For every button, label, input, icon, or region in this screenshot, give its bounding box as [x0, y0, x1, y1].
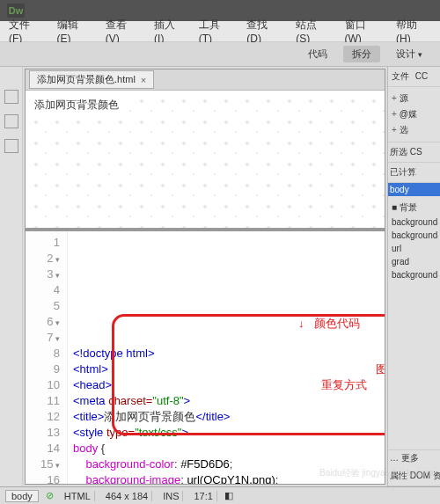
status-dimensions: 464 x 184	[102, 491, 152, 501]
left-toolbar	[0, 67, 23, 486]
status-ins: INS	[159, 491, 183, 501]
css-prop-3[interactable]: grad	[390, 255, 438, 268]
annotation-arrow: ↓	[298, 316, 304, 332]
footer-tab-2[interactable]: 资	[433, 471, 440, 480]
code-line-5[interactable]: <title>添加网页背景颜色</title>	[73, 409, 379, 425]
editor-area: 添加网页背景颜色.html × 添加网页背景颜色 123456789101112…	[25, 69, 385, 485]
close-icon[interactable]: ×	[141, 75, 146, 85]
document-tab[interactable]: 添加网页背景颜色.html ×	[29, 70, 154, 89]
code-line-1[interactable]: <!doctype html>	[73, 346, 379, 362]
tool-icon-3[interactable]	[4, 139, 18, 153]
status-lang[interactable]: HTML	[61, 491, 95, 501]
footer-tab-1[interactable]: DOM	[410, 471, 433, 480]
menubar: 文件(F)编辑(E)查看(V)插入(I)工具(T)查找(D)站点(S)窗口(W)…	[0, 21, 440, 42]
status-ok-icon: ⊘	[46, 490, 54, 501]
document-tabbar: 添加网页背景颜色.html ×	[26, 69, 385, 91]
code-line-7[interactable]: body {	[73, 441, 379, 457]
code-lines[interactable]: ↓ 颜色代码 图片 重复方式 <!doctype html><html><hea…	[68, 231, 385, 484]
view-toolbar: 代码 拆分 设计	[0, 42, 440, 67]
breadcrumb-body[interactable]: body	[5, 490, 39, 502]
css-hint: 所选 CS	[388, 142, 440, 163]
panel-tab-files[interactable]: 文件	[390, 69, 411, 83]
tool-icon-1[interactable]	[4, 90, 18, 104]
tool-icon-2[interactable]	[4, 114, 18, 128]
panel-section-2[interactable]: 选	[390, 122, 438, 138]
code-line-2[interactable]: <html>	[73, 362, 379, 377]
footer-tab-0[interactable]: 属性	[390, 471, 410, 480]
code-line-6[interactable]: <style type="text/css">	[73, 425, 379, 441]
panel-files: 文件 CC	[388, 67, 440, 87]
statusbar: body ⊘ HTML 464 x 184 INS 17:1 ◧	[0, 486, 440, 504]
css-prop-1[interactable]: background-	[390, 229, 438, 242]
status-cursor: 17:1	[190, 491, 216, 501]
css-prop-2[interactable]: url	[390, 242, 438, 255]
tab-label: 添加网页背景颜色.html	[37, 73, 136, 86]
preview-title: 添加网页背景颜色	[31, 96, 122, 114]
code-line-4[interactable]: <meta charset="utf-8">	[73, 393, 379, 409]
code-line-3[interactable]: <head>	[73, 377, 379, 393]
view-design-button[interactable]: 设计	[387, 46, 431, 62]
more-link[interactable]: … 更多	[388, 450, 440, 466]
panel-section-0[interactable]: 源	[390, 91, 438, 106]
code-line-8[interactable]: background-color: #F5D6D6;	[73, 457, 379, 472]
selector-body[interactable]: body	[388, 183, 440, 196]
line-gutter: 12345678910111213141516171819	[26, 231, 68, 484]
view-split-button[interactable]: 拆分	[343, 46, 380, 62]
css-prop-4[interactable]: background-repeat	[390, 268, 438, 281]
view-code-button[interactable]: 代码	[299, 46, 336, 62]
panel-section-1[interactable]: @媒	[390, 106, 438, 122]
right-panels: 文件 CC 源@媒选 所选 CS 已计算 body ■ 背景 backgroun…	[387, 67, 440, 486]
annotation-color: 颜色代码	[314, 316, 360, 332]
right-footer: 属性 DOM 资 当	[388, 466, 440, 486]
code-editor[interactable]: 12345678910111213141516171819 ↓ 颜色代码 图片 …	[26, 231, 385, 484]
code-line-9[interactable]: background-image: url(QCpY1N.png);	[73, 472, 379, 484]
panel-tab-cc[interactable]: CC	[414, 69, 429, 83]
props-title: ■ 背景	[390, 200, 438, 215]
design-preview[interactable]: 添加网页背景颜色	[26, 91, 385, 231]
computed-label: 已计算	[388, 163, 440, 183]
css-prop-0[interactable]: background-color	[390, 215, 438, 229]
status-encoding-icon[interactable]: ◧	[224, 490, 233, 501]
